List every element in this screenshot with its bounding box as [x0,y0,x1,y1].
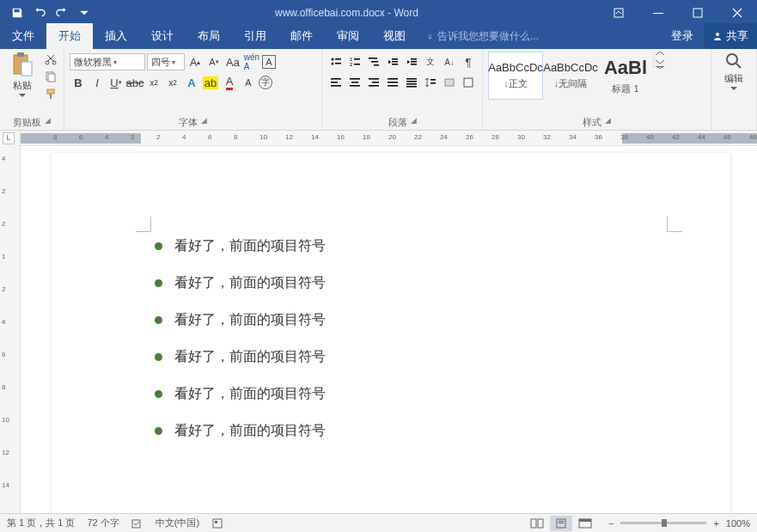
tab-review[interactable]: 审阅 [325,23,371,49]
numbering-icon[interactable]: 12 [346,53,363,70]
svg-rect-43 [406,81,417,83]
paste-button[interactable]: 粘贴 [5,52,40,97]
enclose-char-icon[interactable]: 字 [259,76,272,89]
style-item[interactable]: AaBl标题 1 [598,52,653,100]
status-words[interactable]: 72 个字 [87,517,119,529]
document-view[interactable]: 看好了，前面的项目符号看好了，前面的项目符号看好了，前面的项目符号看好了，前面的… [21,146,757,513]
underline-button[interactable]: U▾ [107,74,125,91]
bold-button[interactable]: B [70,74,87,91]
tab-file[interactable]: 文件 [0,23,46,49]
list-item[interactable]: 看好了，前面的项目符号 [155,422,326,440]
increase-indent-icon[interactable] [403,53,420,70]
tab-layout[interactable]: 布局 [186,23,232,49]
tab-selector[interactable]: L [3,132,15,144]
find-button[interactable]: 编辑 [717,52,751,90]
styles-more-icon[interactable] [653,52,667,69]
zoom-slider[interactable] [620,522,706,524]
list-item[interactable]: 看好了，前面的项目符号 [155,311,326,329]
macro-icon[interactable] [211,517,223,529]
format-painter-icon[interactable] [43,86,58,101]
show-marks-icon[interactable]: ¶ [460,53,477,70]
qat-customize-icon[interactable] [74,3,95,23]
font-dialog-launcher[interactable]: ◢ [201,116,207,129]
character-shading-icon[interactable]: A [240,74,257,91]
italic-button[interactable]: I [89,74,106,91]
read-mode-icon[interactable] [526,516,548,531]
list-item[interactable]: 看好了，前面的项目符号 [155,348,326,366]
tab-references[interactable]: 引用 [232,23,278,49]
font-size-combo[interactable]: 四号▾ [147,53,185,70]
svg-rect-40 [388,82,398,83]
list-item[interactable]: 看好了，前面的项目符号 [155,385,326,403]
shading-icon[interactable] [441,74,458,91]
superscript-button[interactable]: x2 [164,74,181,91]
list-item[interactable]: 看好了，前面的项目符号 [155,237,326,255]
undo-icon[interactable] [29,3,50,23]
bullet-icon [155,242,162,250]
svg-rect-50 [656,66,664,67]
character-border-icon[interactable]: A [262,55,276,69]
svg-rect-47 [430,83,436,84]
paragraph-dialog-launcher[interactable]: ◢ [411,116,417,129]
asian-layout-icon[interactable]: 文 [422,53,439,70]
close-icon[interactable] [717,0,757,25]
grow-font-icon[interactable]: A▴ [186,53,204,70]
align-center-icon[interactable] [346,74,363,91]
cut-icon[interactable] [43,52,58,67]
justify-icon[interactable] [384,74,401,91]
style-item[interactable]: AaBbCcDc↓无间隔 [543,52,598,100]
svg-rect-38 [369,85,379,87]
vertical-ruler[interactable]: L 42212468101214 [0,131,21,513]
maximize-icon[interactable] [678,0,717,25]
borders-icon[interactable] [460,74,477,91]
print-layout-icon[interactable] [550,516,572,531]
status-language[interactable]: 中文(中国) [156,517,199,529]
zoom-in-button[interactable]: + [713,518,718,529]
clipboard-dialog-launcher[interactable]: ◢ [45,116,51,129]
tab-design[interactable]: 设计 [139,23,186,49]
shrink-font-icon[interactable]: A▾ [205,53,223,70]
zoom-out-button[interactable]: − [608,518,614,529]
status-page[interactable]: 第 1 页，共 1 页 [7,517,75,529]
font-color-icon[interactable]: A [221,74,238,91]
decrease-indent-icon[interactable] [384,53,401,70]
save-icon[interactable] [7,3,27,23]
zoom-level[interactable]: 100% [726,518,750,529]
distribute-icon[interactable] [403,74,420,91]
text-effects-icon[interactable]: A [183,74,200,91]
document-content[interactable]: 看好了，前面的项目符号看好了，前面的项目符号看好了，前面的项目符号看好了，前面的… [155,237,326,459]
svg-rect-12 [50,94,52,99]
tab-insert[interactable]: 插入 [93,23,139,49]
change-case-icon[interactable]: Aa [224,53,241,70]
font-family-combo[interactable]: 微软雅黑▾ [70,53,145,70]
horizontal-ruler[interactable]: 8642246810121416182022242628303234363840… [21,131,757,146]
group-font: 微软雅黑▾ 四号▾ A▴ A▾ Aa wénA A B I U▾ abc x2 … [64,49,322,130]
styles-dialog-launcher[interactable]: ◢ [605,116,611,129]
spellcheck-icon[interactable] [131,517,143,529]
multilevel-list-icon[interactable] [365,53,382,70]
bullets-icon[interactable] [327,53,345,70]
line-spacing-icon[interactable] [422,74,439,91]
align-left-icon[interactable] [327,74,345,91]
login-button[interactable]: 登录 [661,23,704,49]
phonetic-guide-icon[interactable]: wénA [243,53,260,70]
highlight-icon[interactable]: ab [202,74,219,91]
redo-icon[interactable] [52,3,72,23]
svg-rect-31 [331,82,338,83]
tell-me-search[interactable]: ♀告诉我您想要做什么... [418,24,547,49]
share-button[interactable]: 共享 [704,23,757,49]
strikethrough-button[interactable]: abc [126,74,143,91]
web-layout-icon[interactable] [574,516,596,531]
tab-home[interactable]: 开始 [46,23,93,49]
minimize-icon[interactable] [638,0,678,25]
sort-icon[interactable]: A↓ [441,53,458,70]
svg-rect-39 [388,78,398,80]
ribbon-options-icon[interactable] [599,0,638,25]
style-item[interactable]: AaBbCcDc↓正文 [488,52,543,100]
tab-view[interactable]: 视图 [371,23,418,49]
copy-icon[interactable] [43,69,58,84]
align-right-icon[interactable] [365,74,382,91]
subscript-button[interactable]: x2 [145,74,162,91]
list-item[interactable]: 看好了，前面的项目符号 [155,274,326,292]
tab-mailings[interactable]: 邮件 [278,23,325,49]
